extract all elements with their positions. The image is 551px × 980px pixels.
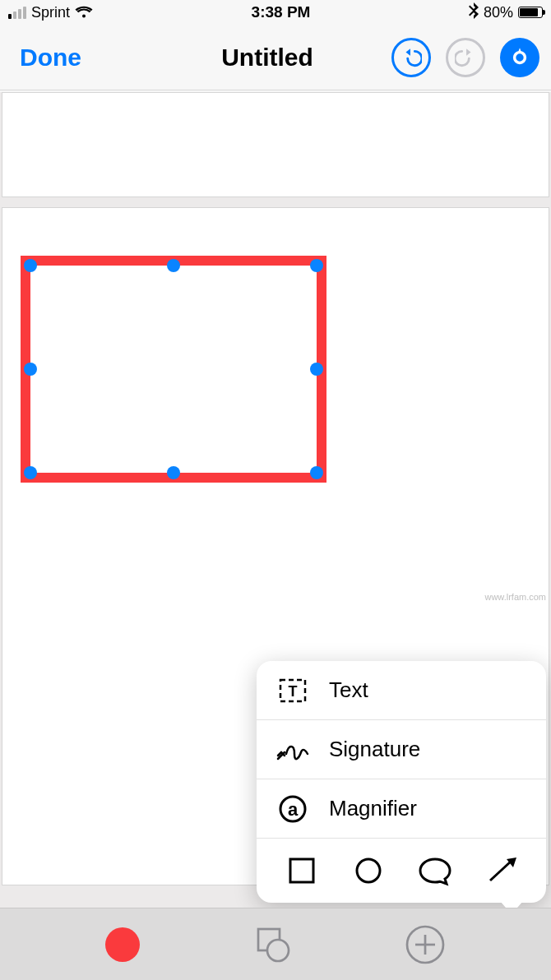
color-picker-button[interactable] — [105, 927, 140, 962]
resize-handle-s[interactable] — [167, 466, 180, 479]
popover-item-text[interactable]: T Text — [257, 661, 546, 720]
markup-toolbar — [0, 908, 551, 980]
resize-handle-w[interactable] — [24, 363, 37, 376]
popover-item-label: Magnifier — [329, 796, 417, 821]
signature-icon — [275, 736, 311, 764]
shape-style-button[interactable] — [252, 924, 293, 965]
status-right: 80% — [469, 2, 543, 23]
svg-point-8 — [267, 940, 289, 961]
svg-line-6 — [490, 861, 512, 881]
battery-icon — [518, 7, 543, 18]
popover-shape-row — [257, 839, 546, 903]
add-button[interactable] — [405, 924, 446, 965]
popover-item-signature[interactable]: Signature — [257, 720, 546, 779]
nav-bar: Done Untitled — [0, 25, 551, 90]
page-title: Untitled — [221, 44, 313, 72]
text-icon: T — [275, 675, 311, 706]
markup-button[interactable] — [500, 38, 539, 77]
popover-item-label: Text — [329, 677, 368, 703]
redo-button[interactable] — [446, 38, 485, 77]
resize-handle-nw[interactable] — [24, 259, 37, 272]
shape-speech-bubble-button[interactable] — [412, 848, 458, 894]
current-color-icon — [105, 927, 140, 962]
document-page-1[interactable] — [2, 92, 549, 197]
add-shape-popover: T Text Signature a Magnifier — [257, 661, 546, 903]
selected-rectangle-shape[interactable] — [21, 256, 326, 483]
popover-item-label: Signature — [329, 737, 420, 762]
status-bar: Sprint 3:38 PM 80% — [0, 0, 551, 25]
svg-rect-4 — [290, 859, 313, 882]
resize-handle-n[interactable] — [167, 259, 180, 272]
done-button[interactable]: Done — [20, 44, 81, 72]
svg-point-5 — [357, 859, 380, 882]
battery-percent: 80% — [484, 4, 513, 21]
shape-ellipse-button[interactable] — [345, 848, 391, 894]
signal-icon — [8, 7, 26, 19]
resize-handle-se[interactable] — [310, 466, 323, 479]
resize-handle-e[interactable] — [310, 363, 323, 376]
resize-handle-ne[interactable] — [310, 259, 323, 272]
magnifier-icon: a — [275, 793, 311, 825]
resize-handle-sw[interactable] — [24, 466, 37, 479]
carrier-label: Sprint — [31, 4, 70, 21]
shape-rectangle-button[interactable] — [279, 848, 325, 894]
shape-arrow-button[interactable] — [479, 848, 525, 894]
status-time: 3:38 PM — [252, 3, 311, 21]
status-left: Sprint — [8, 4, 93, 21]
popover-item-magnifier[interactable]: a Magnifier — [257, 779, 546, 839]
bluetooth-icon — [469, 2, 479, 23]
watermark: www.lrfam.com — [484, 592, 546, 602]
svg-text:a: a — [288, 799, 299, 820]
wifi-icon — [75, 6, 93, 19]
svg-text:T: T — [289, 683, 298, 700]
undo-button[interactable] — [391, 38, 431, 77]
